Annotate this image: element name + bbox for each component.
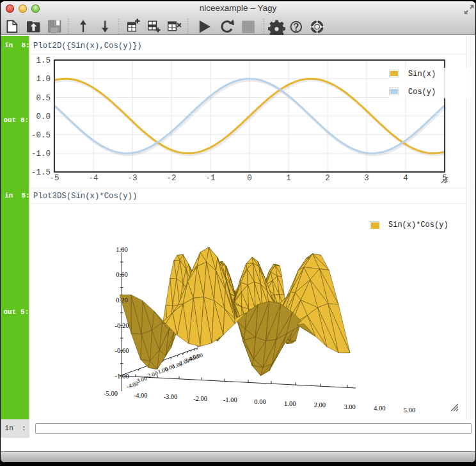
svg-text:1.00: 1.00 [284,400,296,407]
svg-text:-3: -3 [127,174,137,183]
svg-text:0.0: 0.0 [36,113,51,121]
svg-text:0.20: 0.20 [116,297,127,304]
svg-text:-3.00: -3.00 [163,393,177,400]
svg-text:1.0: 1.0 [36,75,51,84]
svg-text:1: 1 [286,174,291,183]
svg-text:-0.5: -0.5 [31,131,51,140]
svg-text:1.5: 1.5 [36,56,51,65]
svg-text:-1: -1 [205,174,215,183]
svg-text:0.00: 0.00 [254,398,266,405]
svg-text:-1.00: -1.00 [115,373,129,380]
svg-text:-5.00: -5.00 [104,390,118,397]
svg-text:-1.5: -1.5 [31,168,51,177]
svg-text:3.00: 3.00 [344,403,355,410]
svg-text:-1.00: -1.00 [223,396,237,403]
svg-text:-4.00: -4.00 [134,392,148,399]
svg-text:-1.0: -1.0 [31,150,51,159]
svg-text:2: 2 [325,174,330,183]
svg-text:-4: -4 [88,174,98,183]
svg-text:-0.20: -0.20 [115,322,129,329]
svg-text:2.00: 2.00 [314,401,326,408]
svg-text:5.00: 5.00 [404,407,415,414]
svg-text:4.00: 4.00 [374,405,385,412]
svg-text:0: 0 [247,174,252,183]
svg-text:-2.00: -2.00 [193,395,207,402]
svg-text:-5: -5 [49,174,59,183]
svg-text:1.00: 1.00 [116,246,127,253]
svg-text:3: 3 [364,174,369,183]
svg-text:Cos(y): Cos(y) [408,88,436,97]
svg-text:-2: -2 [166,174,176,183]
svg-text:4: 4 [403,174,408,183]
svg-text:Sin(x): Sin(x) [408,70,436,79]
svg-text:5.00: 5.00 [192,352,204,361]
svg-text:0.5: 0.5 [36,94,51,103]
svg-text:0.60: 0.60 [116,271,127,278]
svg-text:-0.60: -0.60 [115,347,129,354]
